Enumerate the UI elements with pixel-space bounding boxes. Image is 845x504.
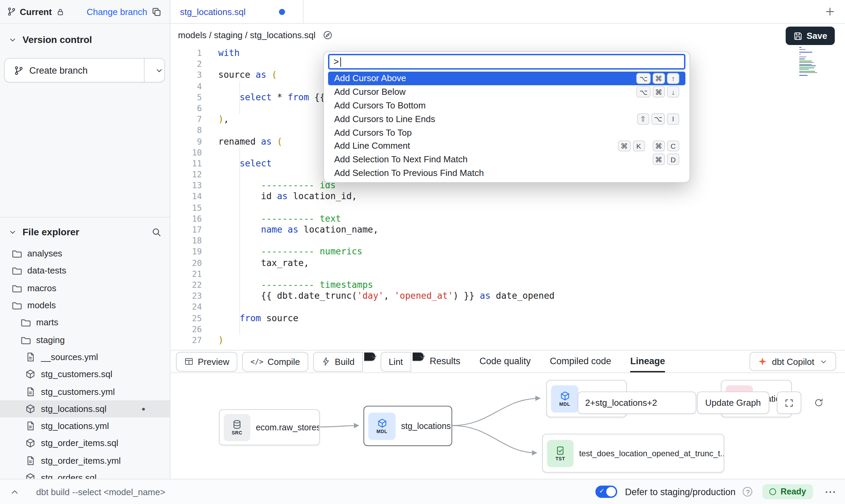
help-icon[interactable]: ? [743,487,753,496]
lineage-panel[interactable]: SRC ecom.raw_stores MDL stg_locations MD… [171,373,845,479]
chevron-up-icon[interactable] [10,487,20,497]
minimap-line [799,56,806,57]
file-macros[interactable]: macros [0,279,170,297]
test-badge: TST [555,456,565,461]
change-branch-link[interactable]: Change branch [87,6,147,17]
file-stg_order_items.sql[interactable]: stg_order_items.sql [0,435,170,452]
palette-item[interactable]: Add Cursor Below⌥⌘↓ [328,85,685,99]
test-tile: TST [547,440,574,467]
line-number: 22 [171,280,218,291]
tab-compiled-code[interactable]: Compiled code [550,351,611,372]
defer-toggle[interactable]: ✓ [596,486,618,498]
refresh-button[interactable] [806,391,831,414]
key-chip: ⌘ [652,73,665,84]
file-stg_customers.yml[interactable]: stg_customers.yml [0,383,170,400]
minimap-line [799,71,815,72]
lineage-node-source[interactable]: SRC ecom.raw_stores [219,409,320,445]
file-stg_locations.sql[interactable]: stg_locations.sql• [0,400,170,417]
file-label: stg_order_items.sql [41,438,118,448]
file-stg_locations.yml[interactable]: stg_locations.yml [0,417,170,435]
fullscreen-button[interactable] [777,391,801,414]
key-chip: C [667,140,679,151]
file-label: marts [36,317,58,328]
file-label: stg_locations.sql [41,404,106,414]
palette-item[interactable]: Add Selection To Next Find Match⌘D [328,153,685,166]
compile-button[interactable]: </> Compile [242,352,308,371]
build-dropdown[interactable] [364,352,376,361]
lint-button[interactable]: Lint [381,352,411,371]
folder-icon [12,283,22,293]
cube-icon [25,404,35,414]
doc-icon [25,352,35,362]
file-marts[interactable]: marts [0,314,170,331]
palette-item[interactable]: Add Cursors To Top [328,125,685,139]
palette-item[interactable]: Add Line Comment⌘K⌘C [328,139,685,153]
overflow-menu-icon[interactable]: ⋯ [825,485,837,499]
code-line: ---------- numerics [218,247,804,257]
shortcut-keys: ⌘K⌘C [610,140,679,151]
file-__sources.yml[interactable]: __sources.yml [0,349,170,366]
file-explorer-header[interactable]: File explorer [0,222,170,242]
minimap-line [799,75,807,75]
lock-icon [56,7,65,16]
palette-item[interactable]: Add Cursors To Bottom [328,99,685,112]
line-number: 12 [171,169,218,180]
preview-label: Preview [198,356,229,367]
tab-lineage[interactable]: Lineage [630,351,665,372]
file-data-tests[interactable]: data-tests [0,262,170,280]
minimap[interactable] [799,47,819,77]
build-button[interactable]: Build [313,352,363,371]
tab-results[interactable]: Results [430,351,460,372]
line-number: 25 [171,313,218,324]
file-stg_customers.sql[interactable]: stg_customers.sql [0,366,170,383]
palette-item[interactable]: Add Cursor Above⌥⌘↑ [328,72,685,85]
lineage-node-test[interactable]: TST test_does_location_opened_at_trunc_t… [542,434,724,473]
file-models[interactable]: models [0,297,170,314]
lint-dropdown[interactable] [413,352,424,361]
file-label: stg_customers.sql [41,369,113,379]
code-icon: </> [251,357,264,366]
version-control-header[interactable]: Version control [0,29,170,50]
cube-icon [25,369,35,379]
table-icon [184,357,194,366]
new-tab-icon[interactable] [825,6,835,17]
lineage-search-input[interactable]: 2+stg_locations+2 [578,391,696,414]
command-palette-input[interactable]: > [328,54,685,70]
palette-item[interactable]: Add Cursors to Line Ends⇧⌥I [328,112,685,126]
file-staging[interactable]: staging [0,331,170,349]
create-branch-button[interactable]: Create branch [4,58,165,83]
palette-query: > [333,57,339,67]
chevron-down-icon [8,227,17,236]
dbt-copilot-button[interactable]: dbt Copilot [750,352,836,371]
search-icon[interactable] [151,227,162,237]
key-chip: ⌥ [637,86,650,98]
modified-dot-icon: • [142,404,145,414]
tab-code-quality[interactable]: Code quality [479,351,531,372]
line-number: 3 [171,70,218,81]
create-branch-dropdown[interactable] [144,59,164,82]
preview-button[interactable]: Preview [176,352,238,371]
key-chip: ⌘ [652,154,665,165]
doc-icon [25,386,35,397]
key-chip: D [667,154,679,165]
cube-icon [560,391,570,401]
build-icon [321,357,331,366]
palette-item[interactable]: Add Selection To Previous Find Match [328,166,685,180]
compass-icon[interactable] [322,30,332,40]
editor-tab[interactable]: stg_locations.sql [171,0,303,23]
chevron-down-icon [370,352,379,361]
code-line: ---------- text [218,213,804,224]
cube-icon [25,438,35,448]
key-chip: ⌥ [637,73,650,84]
save-button[interactable]: Save [785,27,835,45]
file-stg_order_items.yml[interactable]: stg_order_items.yml [0,452,170,469]
copy-branch-icon[interactable] [151,6,162,17]
update-graph-button[interactable]: Update Graph [697,391,769,414]
line-number: 19 [171,247,218,257]
line-number: 10 [171,147,218,158]
lineage-node-model[interactable]: MDL stg_locations [364,406,452,446]
lint-label: Lint [389,356,403,367]
minimap-line [799,54,800,55]
file-explorer-section: File explorer analysesdata-testsmacrosmo… [0,217,170,504]
file-analyses[interactable]: analyses [0,245,170,262]
